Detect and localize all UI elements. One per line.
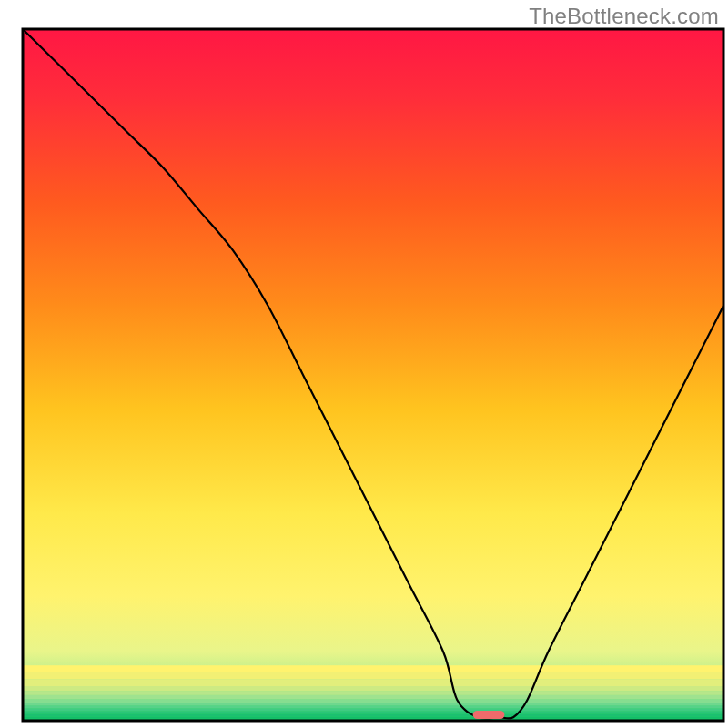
svg-rect-7 — [23, 699, 723, 703]
svg-rect-4 — [23, 686, 723, 691]
svg-rect-1 — [23, 665, 723, 672]
svg-rect-9 — [23, 705, 723, 708]
svg-rect-6 — [23, 695, 723, 700]
svg-rect-13 — [23, 716, 723, 718]
chart-container: TheBottleneck.com — [0, 0, 728, 728]
svg-rect-5 — [23, 691, 723, 695]
bottleneck-chart — [0, 0, 728, 728]
svg-rect-10 — [23, 708, 723, 711]
svg-rect-8 — [23, 703, 723, 705]
svg-rect-2 — [23, 672, 723, 680]
optimal-marker — [473, 711, 505, 719]
watermark-text: TheBottleneck.com — [529, 4, 719, 29]
svg-rect-11 — [23, 711, 723, 713]
plot-area — [23, 29, 723, 721]
svg-rect-12 — [23, 713, 723, 716]
svg-rect-3 — [23, 679, 723, 686]
bottom-bands — [23, 665, 723, 721]
